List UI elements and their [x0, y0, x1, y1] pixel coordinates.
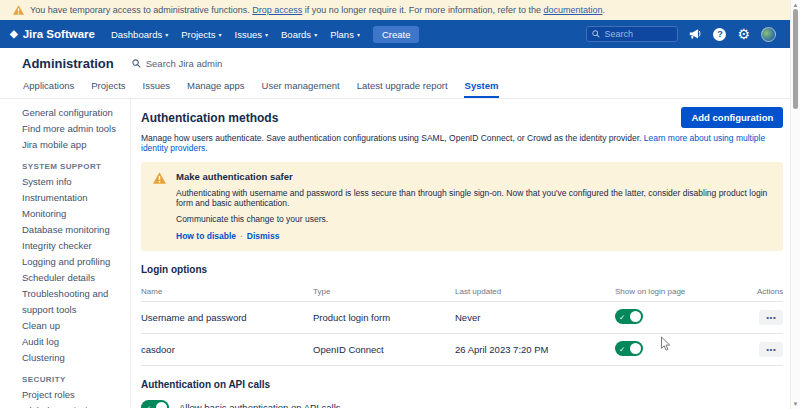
- nav-menu-label: Boards: [281, 29, 311, 40]
- content-layout: General configurationFind more admin too…: [0, 99, 800, 408]
- sidebar-item-monitoring[interactable]: Monitoring: [22, 206, 125, 222]
- toggle-knob: [630, 343, 641, 354]
- nav-menu-plans[interactable]: Plans▾: [330, 29, 360, 40]
- page-scrollbar[interactable]: ▲ ▼: [790, 0, 800, 409]
- documentation-link[interactable]: documentation: [543, 5, 602, 15]
- basic-auth-toggle[interactable]: ✓: [141, 400, 169, 408]
- login-option-name: Username and password: [141, 305, 313, 330]
- how-to-disable-link[interactable]: How to disable: [176, 231, 236, 241]
- login-option-last-updated: Never: [455, 305, 615, 330]
- main-header: Authentication methods Add configuration: [141, 107, 783, 128]
- column-header-show-on-login-page: Show on login page: [615, 282, 757, 301]
- tab-latest-upgrade-report[interactable]: Latest upgrade report: [356, 79, 449, 98]
- help-icon[interactable]: ?: [713, 28, 726, 41]
- admin-access-banner: You have temporary access to administrat…: [0, 0, 800, 20]
- login-option-type: Product login form: [313, 305, 455, 330]
- table-row: Username and passwordProduct login formN…: [141, 302, 783, 334]
- page-title: Administration: [22, 56, 114, 71]
- link-separator: ·: [240, 231, 243, 241]
- nav-menu-issues[interactable]: Issues▾: [235, 29, 268, 40]
- more-actions-button[interactable]: •••: [759, 310, 783, 325]
- show-on-login-toggle[interactable]: ✓: [615, 309, 643, 324]
- search-icon: [132, 59, 141, 68]
- api-auth-row: ✓ Allow basic authentication on API call…: [141, 400, 783, 408]
- sidebar-item-audit-log[interactable]: Audit log: [22, 334, 125, 350]
- brand-label: Jira Software: [23, 28, 95, 40]
- sidebar-item-clustering[interactable]: Clustering: [22, 350, 125, 366]
- warning-content: Make authentication safer Authenticating…: [176, 171, 771, 241]
- dismiss-link[interactable]: Dismiss: [247, 231, 280, 241]
- nav-menu-boards[interactable]: Boards▾: [281, 29, 317, 40]
- admin-sidebar: General configurationFind more admin too…: [0, 99, 131, 408]
- sidebar-item-troubleshooting-and-support-tools[interactable]: Troubleshooting and support tools: [22, 286, 125, 318]
- jira-diamond-icon: ◆: [10, 29, 18, 39]
- tab-system[interactable]: System: [464, 79, 500, 98]
- tab-applications[interactable]: Applications: [22, 79, 75, 98]
- more-actions-button[interactable]: •••: [759, 342, 783, 357]
- jira-logo[interactable]: ◆ Jira Software: [10, 28, 95, 40]
- admin-tabs: ApplicationsProjectsIssuesManage appsUse…: [0, 79, 800, 99]
- api-toggle-label: Allow basic authentication on API calls.: [179, 400, 631, 408]
- warning-body: Authenticating with username and passwor…: [176, 188, 771, 208]
- sidebar-item-scheduler-details[interactable]: Scheduler details: [22, 270, 125, 286]
- sidebar-item-clean-up[interactable]: Clean up: [22, 318, 125, 334]
- sidebar-item-general-configuration[interactable]: General configuration: [22, 105, 125, 121]
- chevron-down-icon: ▾: [165, 31, 168, 38]
- sidebar-item-jira-mobile-app[interactable]: Jira mobile app: [22, 137, 125, 153]
- column-header-last-updated: Last updated: [455, 282, 615, 301]
- nav-menu-dashboards[interactable]: Dashboards▾: [111, 29, 168, 40]
- banner-text: You have temporary access to administrat…: [30, 5, 605, 15]
- navbar-search-placeholder: Search: [604, 29, 633, 39]
- warning-links: How to disable·Dismiss: [176, 231, 771, 241]
- check-icon: ✓: [619, 312, 625, 321]
- warning-title: Make authentication safer: [176, 171, 771, 182]
- scrollbar-down-arrow[interactable]: ▼: [791, 401, 800, 407]
- intro-paragraph: Manage how users authenticate. Save auth…: [141, 133, 783, 153]
- show-on-login-toggle[interactable]: ✓: [615, 341, 643, 356]
- drop-access-link[interactable]: Drop access: [252, 5, 302, 15]
- announcements-icon[interactable]: [689, 28, 702, 40]
- check-icon: ✓: [145, 403, 151, 408]
- navbar-right: Search ? ⚙: [586, 26, 790, 42]
- banner-text-pre: You have temporary access to administrat…: [30, 5, 252, 15]
- sidebar-item-instrumentation[interactable]: Instrumentation: [22, 190, 125, 206]
- navbar-search-input[interactable]: Search: [586, 26, 678, 42]
- api-auth-text: Allow basic authentication on API calls.…: [179, 400, 631, 408]
- sidebar-item-system-info[interactable]: System info: [22, 174, 125, 190]
- sidebar-item-integrity-checker[interactable]: Integrity checker: [22, 238, 125, 254]
- sidebar-item-global-permissions[interactable]: Global permissions: [22, 403, 125, 408]
- admin-search-placeholder: Search Jira admin: [146, 58, 223, 69]
- tab-projects[interactable]: Projects: [90, 79, 126, 98]
- sidebar-item-find-more-admin-tools[interactable]: Find more admin tools: [22, 121, 125, 137]
- section-page-title: Authentication methods: [141, 107, 278, 125]
- nav-menu-projects[interactable]: Projects▾: [181, 29, 221, 40]
- table-header-row: NameTypeLast updatedShow on login pageAc…: [141, 282, 783, 302]
- chevron-down-icon: ▾: [314, 31, 317, 38]
- user-avatar[interactable]: [761, 27, 776, 42]
- admin-search-input[interactable]: Search Jira admin: [132, 58, 223, 69]
- toggle-knob: [156, 402, 167, 408]
- banner-text-mid: if you no longer require it. For more in…: [302, 5, 543, 15]
- create-button[interactable]: Create: [373, 26, 420, 43]
- tab-issues[interactable]: Issues: [142, 79, 171, 98]
- nav-menu-label: Plans: [330, 29, 354, 40]
- scrollbar-up-arrow[interactable]: ▲: [791, 2, 800, 8]
- toggle-cell: ✓: [615, 302, 757, 333]
- tab-user-management[interactable]: User management: [261, 79, 341, 98]
- search-icon: [592, 30, 600, 38]
- sidebar-item-project-roles[interactable]: Project roles: [22, 387, 125, 403]
- chevron-down-icon: ▾: [265, 31, 268, 38]
- tab-manage-apps[interactable]: Manage apps: [186, 79, 246, 98]
- column-header-type: Type: [313, 282, 455, 301]
- scrollbar-thumb[interactable]: [793, 9, 798, 109]
- sidebar-item-logging-and-profiling[interactable]: Logging and profiling: [22, 254, 125, 270]
- add-configuration-button[interactable]: Add configuration: [681, 107, 783, 128]
- administration-header: Administration Search Jira admin: [0, 48, 800, 79]
- warning-body-2: Communicate this change to your users.: [176, 214, 771, 224]
- settings-gear-icon[interactable]: ⚙: [737, 27, 750, 41]
- table-body: Username and passwordProduct login formN…: [141, 302, 783, 366]
- sidebar-item-database-monitoring[interactable]: Database monitoring: [22, 222, 125, 238]
- nav-menu-label: Dashboards: [111, 29, 162, 40]
- nav-menu-label: Issues: [235, 29, 262, 40]
- actions-cell: •••: [757, 303, 783, 332]
